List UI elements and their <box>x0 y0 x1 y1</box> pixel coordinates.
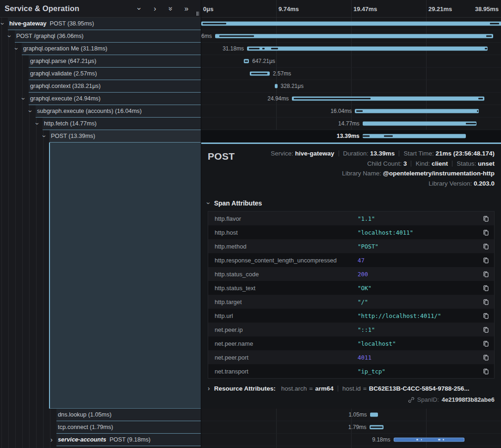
span-tree-row[interactable]: tcp.connect (1.79ms) <box>0 421 201 434</box>
chevron-down-icon[interactable]: › <box>34 122 41 124</box>
span-duration-bar[interactable] <box>247 47 488 51</box>
copy-button[interactable] <box>481 312 489 319</box>
span-bar-row[interactable]: 2.57ms <box>201 68 501 80</box>
selected-span-detail-spacer <box>49 143 201 409</box>
span-duration-bar[interactable] <box>363 134 466 138</box>
span-bar-row[interactable]: 647.21μs <box>201 55 501 68</box>
copy-button[interactable] <box>481 271 489 278</box>
span-label: tcp.connect (1.79ms) <box>0 421 201 433</box>
double-chevron-down-icon[interactable]: » <box>167 6 174 12</box>
chevron-down-icon[interactable]: › <box>13 47 20 50</box>
span-tree-row[interactable]: ›POST /graphql (36.06ms) <box>0 30 201 43</box>
span-detail-title: POST <box>208 149 235 188</box>
child-span-mark <box>490 23 499 25</box>
chevron-down-icon[interactable]: › <box>20 97 27 100</box>
span-duration-bar[interactable] <box>370 425 383 429</box>
copy-button[interactable] <box>481 215 489 222</box>
meta-value: 0.203.0 <box>474 180 495 187</box>
chevron-right-icon[interactable]: › <box>152 5 158 12</box>
span-duration-label: 2.57ms <box>273 70 291 77</box>
equals-sign: = <box>363 385 367 392</box>
chevron-down-icon[interactable]: › <box>6 35 13 37</box>
span-tree-row[interactable]: ›hive-gateway POST (38.95ms) <box>0 18 201 30</box>
chevron-right-icon[interactable]: › <box>50 436 53 443</box>
resource-attributes-row[interactable]: › Resource Attributes: host.arch=arm64ho… <box>208 385 495 392</box>
span-tree-row[interactable]: ›POST (13.39ms) <box>0 130 201 143</box>
span-tree-row[interactable]: dns.lookup (1.05ms) <box>0 409 201 421</box>
span-bar-row[interactable]: 24.94ms <box>201 93 501 105</box>
span-detail-panel: POST Service: hive-gatewayDuration: 13.3… <box>201 143 501 409</box>
copy-button[interactable] <box>481 299 489 305</box>
span-tree-row[interactable]: ›service-accounts POST (9.18ms) <box>0 434 201 446</box>
span-attribute-row: net.peer.ip"::1" <box>208 323 494 336</box>
chevron-down-icon[interactable]: › <box>41 135 48 137</box>
span-bar-row[interactable]: 1.79ms <box>201 421 501 434</box>
span-bar-row[interactable]: 1.05ms <box>201 409 501 421</box>
span-bar-row[interactable]: 38.95ms <box>201 18 501 30</box>
span-bar-row[interactable]: 31.18ms <box>201 43 501 55</box>
copy-button[interactable] <box>481 285 489 292</box>
chevron-down-icon[interactable]: › <box>136 6 143 12</box>
attribute-key: net.peer.port <box>215 354 358 361</box>
span-tree-row[interactable]: graphql.context (328.21μs) <box>0 80 201 93</box>
span-label: hive-gateway POST (38.95ms) <box>0 18 201 30</box>
span-duration-bar[interactable] <box>275 84 277 88</box>
copy-icon <box>482 326 489 333</box>
chevron-down-icon[interactable]: › <box>205 202 212 205</box>
span-duration-bar[interactable] <box>355 109 478 113</box>
span-attributes-header[interactable]: ›Span Attributes <box>208 199 495 207</box>
span-bar-row[interactable]: 14.77ms <box>201 118 501 130</box>
copy-button[interactable] <box>481 340 489 347</box>
span-bar-row[interactable]: 13.39ms <box>201 130 501 143</box>
chevron-down-icon[interactable]: › <box>0 22 6 25</box>
double-chevron-right-icon[interactable]: » <box>183 5 190 12</box>
copy-button[interactable] <box>481 257 489 264</box>
copy-icon <box>482 243 489 250</box>
span-duration-bar[interactable] <box>394 438 464 442</box>
span-duration-bar[interactable] <box>244 59 249 63</box>
link-icon[interactable] <box>408 397 414 403</box>
copy-button[interactable] <box>481 354 489 361</box>
span-bar-row[interactable]: 16.04ms <box>201 105 501 118</box>
span-duration-bar[interactable] <box>370 413 378 417</box>
copy-button[interactable] <box>481 368 489 375</box>
span-tree-row[interactable]: graphql.validate (2.57ms) <box>0 68 201 80</box>
span-duration-bar[interactable] <box>201 22 501 26</box>
span-duration-label: 24.94ms <box>267 95 289 102</box>
span-bar-row[interactable]: 36.06ms <box>201 30 501 43</box>
resource-attributes-preview: host.arch=arm64host.id=BC62E13B-C4CC-585… <box>281 385 470 392</box>
child-span-mark <box>251 73 267 75</box>
attribute-value: "OK" <box>358 285 481 292</box>
chevron-down-icon[interactable]: › <box>27 110 34 112</box>
chevron-right-icon[interactable]: › <box>208 385 210 392</box>
span-tree-row[interactable]: ›graphql.execute (24.94ms) <box>0 93 201 105</box>
span-label: POST /graphql (36.06ms) <box>0 30 201 42</box>
span-bar-row[interactable]: 9.18ms <box>201 434 501 446</box>
span-duration-label: 16.04ms <box>330 108 352 114</box>
span-duration-bar[interactable] <box>363 122 476 126</box>
span-duration-bar[interactable] <box>250 72 270 76</box>
span-duration-bar[interactable] <box>292 97 484 101</box>
copy-button[interactable] <box>481 229 489 236</box>
column-resize-handle[interactable] <box>197 12 199 16</box>
copy-button[interactable] <box>481 326 489 333</box>
span-detail-meta: Service: hive-gatewayDuration: 13.39msSt… <box>271 149 495 188</box>
span-duration-label: 1.05ms <box>349 411 367 418</box>
service-name: service-accounts <box>58 436 106 443</box>
span-tree-row[interactable]: ›subgraph.execute (accounts) (16.04ms) <box>0 105 201 118</box>
tree-toolbar: ››»» <box>136 0 190 17</box>
span-tree-row[interactable]: graphql.parse (647.21μs) <box>0 55 201 68</box>
operation-name: dns.lookup (1.05ms) <box>58 411 111 418</box>
copy-button[interactable] <box>481 243 489 250</box>
span-bar-row[interactable]: 328.21μs <box>201 80 501 93</box>
child-span-mark <box>477 111 478 112</box>
attribute-key: net.transport <box>215 368 358 375</box>
span-tree-row[interactable]: ›http.fetch (14.77ms) <box>0 118 201 130</box>
span-duration-label: 647.21μs <box>252 58 275 64</box>
operation-name: graphql.context (328.21μs) <box>30 82 101 89</box>
span-tree-row[interactable]: ›graphql.operation Me (31.18ms) <box>0 43 201 55</box>
meta-value: 21ms (23:56:48.174) <box>435 150 495 157</box>
span-label: graphql.validate (2.57ms) <box>0 68 201 80</box>
span-attributes-title: Span Attributes <box>214 199 262 207</box>
span-duration-bar[interactable] <box>215 34 493 38</box>
